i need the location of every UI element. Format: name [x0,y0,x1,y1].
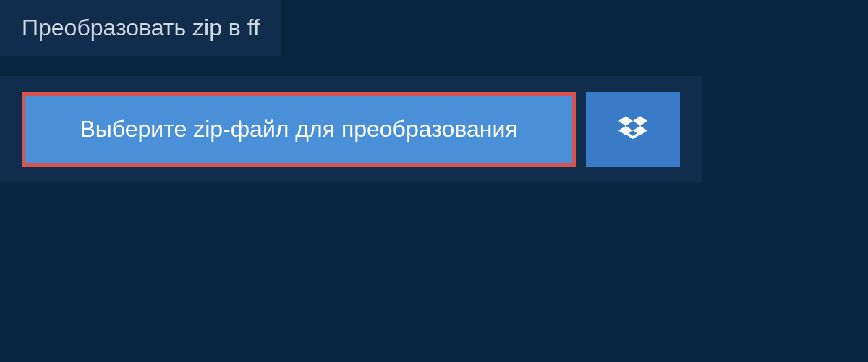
page-title: Преобразовать zip в ff [22,14,260,41]
page-title-tab: Преобразовать zip в ff [0,0,281,56]
select-file-button[interactable]: Выберите zip-файл для преобразования [22,92,576,167]
select-file-label: Выберите zip-файл для преобразования [80,116,517,143]
upload-section: Выберите zip-файл для преобразования [0,76,702,182]
dropbox-button[interactable] [586,92,680,167]
dropbox-icon [618,114,647,146]
